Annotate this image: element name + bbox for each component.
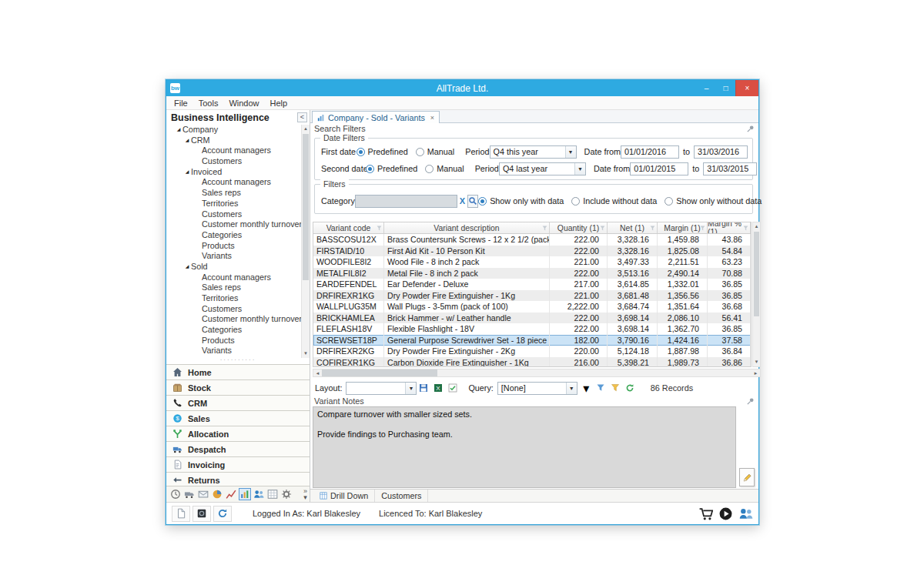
truck-icon[interactable] xyxy=(183,488,196,500)
tree-scroll-thumb[interactable] xyxy=(303,134,309,280)
query-combo[interactable]: [None] ▼ xyxy=(497,382,578,395)
variant-notes-text[interactable]: Compare turnover with smaller sized sets… xyxy=(313,406,736,488)
radio-icon[interactable] xyxy=(571,197,580,206)
status-vault-button[interactable] xyxy=(192,506,211,522)
radio-show-only-without-data[interactable]: Show only without data xyxy=(665,196,762,206)
chevron-down-icon[interactable]: ▼ xyxy=(405,383,416,394)
scroll-down-icon[interactable]: ▼ xyxy=(753,358,760,366)
tree-item-categories[interactable]: Categories xyxy=(166,325,301,336)
tree-item-sold[interactable]: ◢Sold xyxy=(166,262,301,272)
people-icon[interactable] xyxy=(253,488,265,500)
pin-icon[interactable] xyxy=(746,125,755,133)
date-to-input[interactable] xyxy=(703,162,757,176)
query-filter-button[interactable] xyxy=(594,382,608,395)
tree-item-sales-reps[interactable]: Sales reps xyxy=(166,188,301,199)
clock-icon[interactable] xyxy=(169,488,182,500)
tree-item-products[interactable]: Products xyxy=(166,336,301,346)
tree-item-account-managers[interactable]: Account managers xyxy=(166,177,301,188)
maximize-button[interactable]: □ xyxy=(716,80,735,96)
table-row-woodfile8i2[interactable]: WOODFILE8I2Wood File - 8 inch 2 pack221.… xyxy=(313,256,751,268)
tree-item-crm[interactable]: ◢CRM xyxy=(166,135,301,146)
tree-item-account-managers[interactable]: Account managers xyxy=(166,145,301,156)
tree-item-territories[interactable]: Territories xyxy=(166,293,301,304)
radio-icon[interactable] xyxy=(366,165,374,173)
table-row-eardefendel[interactable]: EARDEFENDELEar Defender - Deluxe217.003,… xyxy=(313,279,751,290)
tree-item-categories[interactable]: Categories xyxy=(166,230,301,241)
tree-item-customers[interactable]: Customers xyxy=(166,156,301,167)
table-icon[interactable] xyxy=(266,488,279,500)
title-bar[interactable]: bw AllTrade Ltd. – □ × xyxy=(166,80,758,96)
nav-item-allocation[interactable]: Allocation xyxy=(166,426,310,441)
tree-item-account-managers[interactable]: Account managers xyxy=(166,272,301,283)
chevron-down-icon[interactable]: ▼ xyxy=(574,163,585,175)
radio-predefined[interactable]: Predefined xyxy=(357,147,408,156)
chevron-down-icon[interactable]: ▼ xyxy=(565,146,576,158)
menu-help[interactable]: Help xyxy=(265,96,293,109)
column-header-variant-description[interactable]: Variant description xyxy=(384,222,550,233)
grid-vscroll-thumb[interactable] xyxy=(754,232,759,316)
grid-horizontal-scrollbar[interactable]: ◄ ► xyxy=(313,369,761,377)
tab-company-sold-variants[interactable]: Company - Sold - Variants × xyxy=(312,111,440,123)
expand-icon[interactable]: ◢ xyxy=(175,125,182,135)
table-row-drfirexr1kg[interactable]: DRFIREXR1KGDry Powder Fire Extinguisher … xyxy=(313,290,751,302)
radio-icon[interactable] xyxy=(478,197,487,206)
nav-item-crm[interactable]: CRM xyxy=(166,395,310,410)
tree-item-customers[interactable]: Customers xyxy=(166,304,301,315)
save-layout-button[interactable] xyxy=(417,382,430,395)
nav-item-invoicing[interactable]: Invoicing xyxy=(166,456,310,472)
category-search-button[interactable] xyxy=(467,195,478,208)
column-header-variant-code[interactable]: Variant code xyxy=(313,222,384,233)
table-row-screwset18p[interactable]: SCREWSET18PGeneral Purpose Screwdriver S… xyxy=(313,335,751,346)
radio-icon[interactable] xyxy=(357,148,365,156)
gear-icon[interactable] xyxy=(280,488,293,500)
expand-icon[interactable]: ◢ xyxy=(183,167,191,178)
layout-combo[interactable]: ▼ xyxy=(346,382,417,395)
tree-item-company[interactable]: ◢Company xyxy=(166,125,301,135)
table-row-wallplug35m[interactable]: WALLPLUG35MWall Plugs - 3-5mm (pack of 1… xyxy=(313,301,751,313)
tree-scrollbar[interactable]: ▲ ▼ xyxy=(301,125,310,358)
query-dropdown-button[interactable]: ▾ xyxy=(580,382,593,395)
table-row-metalfil8i2[interactable]: METALFIL8I2Metal File - 8 inch 2 pack222… xyxy=(313,268,751,279)
scroll-up-icon[interactable]: ▲ xyxy=(302,125,310,133)
radio-manual[interactable]: Manual xyxy=(425,164,464,173)
query-edit-filter-button[interactable] xyxy=(609,382,622,395)
tree-item-customers[interactable]: Customers xyxy=(166,209,301,220)
grid-vertical-scrollbar[interactable]: ▲ ▼ xyxy=(752,222,761,367)
table-row-cofirexr1kg[interactable]: COFIREXR1KGCarbon Dioxide Fire Extinguis… xyxy=(313,357,751,368)
menu-file[interactable]: File xyxy=(169,96,193,109)
mail-icon[interactable] xyxy=(197,488,209,500)
date-from-input[interactable] xyxy=(630,162,688,176)
tree-item-products[interactable]: Products xyxy=(166,241,301,252)
tree-item-customer-monthly-turnover[interactable]: Customer monthly turnover xyxy=(166,314,301,325)
date-to-input[interactable] xyxy=(694,145,748,159)
column-header-net-1[interactable]: Net (1) xyxy=(608,222,658,233)
column-header-margin-1[interactable]: Margin % (1) xyxy=(708,222,751,233)
scroll-right-icon[interactable]: ► xyxy=(752,371,760,376)
radio-show-only-with-data[interactable]: Show only with data xyxy=(478,196,564,206)
minimize-button[interactable]: – xyxy=(697,80,716,96)
pie-chart-icon[interactable] xyxy=(211,488,223,500)
menu-tools[interactable]: Tools xyxy=(193,96,224,109)
status-sync-button[interactable] xyxy=(213,506,232,522)
chevron-down-icon[interactable]: ▼ xyxy=(566,383,577,394)
category-input[interactable] xyxy=(355,195,457,208)
close-button[interactable]: × xyxy=(735,80,758,96)
scroll-left-icon[interactable]: ◄ xyxy=(313,371,322,376)
expand-icon[interactable]: ◢ xyxy=(183,262,191,272)
table-row-drfirexr2kg[interactable]: DRFIREXR2KGDry Powder Fire Extinguisher … xyxy=(313,346,751,357)
export-excel-button[interactable]: X xyxy=(431,382,444,395)
line-chart-icon[interactable] xyxy=(225,488,237,500)
nav-item-home[interactable]: Home xyxy=(166,364,310,379)
scroll-down-icon[interactable]: ▼ xyxy=(302,349,310,358)
sidebar-collapse-button[interactable]: < xyxy=(297,112,307,122)
refresh-button[interactable] xyxy=(624,382,637,395)
splitter-gripper[interactable]: ·········· xyxy=(166,358,310,364)
grid-hscroll-thumb[interactable] xyxy=(322,369,437,376)
nav-item-returns[interactable]: Returns xyxy=(166,472,310,487)
radio-icon[interactable] xyxy=(416,148,424,156)
tab-close-icon[interactable]: × xyxy=(430,114,434,122)
column-header-quantity-1[interactable]: Quantity (1) xyxy=(550,222,608,233)
column-header-margin-1[interactable]: Margin (1) xyxy=(658,222,708,233)
nav-item-despatch[interactable]: Despatch xyxy=(166,441,310,456)
cart-button[interactable] xyxy=(698,506,713,521)
